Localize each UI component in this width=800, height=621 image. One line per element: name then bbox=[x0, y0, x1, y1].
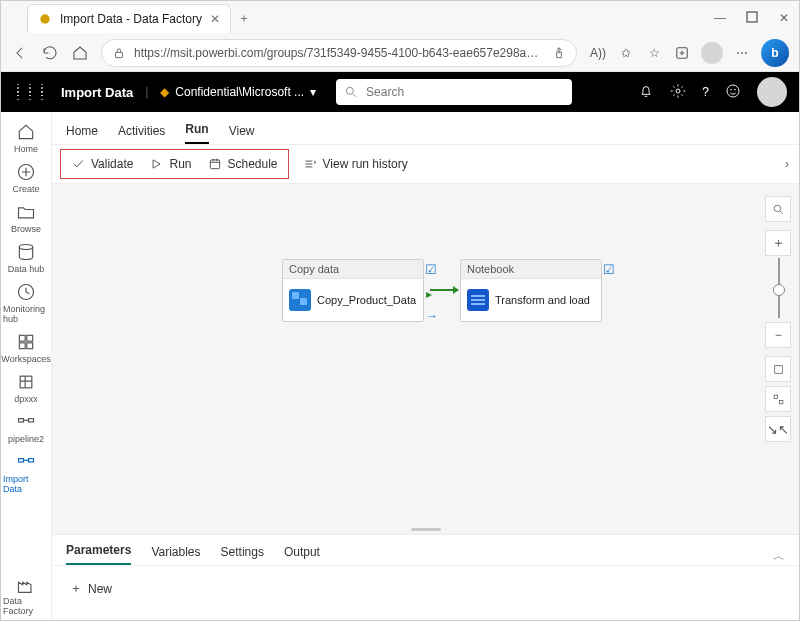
svg-point-23 bbox=[774, 205, 781, 212]
lock-icon bbox=[112, 46, 126, 60]
run-toolbar-highlight: Validate Run Schedule bbox=[60, 149, 289, 179]
bottom-panel: Parameters Variables Settings Output ︿ ＋… bbox=[52, 534, 799, 620]
svg-rect-22 bbox=[210, 160, 219, 169]
tab-favicon-icon bbox=[38, 12, 52, 26]
favorite-icon[interactable]: ✩ bbox=[617, 44, 635, 62]
panel-collapse-button[interactable]: ︿ bbox=[773, 548, 785, 565]
zoom-in-button[interactable]: ＋ bbox=[765, 230, 791, 256]
svg-rect-13 bbox=[19, 335, 25, 341]
svg-rect-15 bbox=[19, 343, 25, 349]
leftnav-pipeline2[interactable]: pipeline2 bbox=[3, 408, 49, 448]
svg-rect-14 bbox=[27, 335, 33, 341]
svg-rect-26 bbox=[779, 400, 782, 403]
app-launcher-icon[interactable]: ⋮⋮⋮⋮⋮⋮⋮⋮⋮ bbox=[13, 86, 49, 98]
zoom-out-button[interactable]: － bbox=[765, 322, 791, 348]
new-parameter-button[interactable]: ＋ New bbox=[52, 566, 799, 611]
notifications-icon[interactable] bbox=[638, 83, 654, 102]
svg-rect-20 bbox=[19, 459, 24, 462]
node-header: Notebook bbox=[461, 260, 601, 279]
panel-tab-variables[interactable]: Variables bbox=[151, 545, 200, 565]
tab-run[interactable]: Run bbox=[185, 122, 208, 144]
search-icon bbox=[344, 85, 358, 99]
pipeline-canvas[interactable]: Copy data Copy_Product_Data ☑ ▸ → Notebo… bbox=[52, 184, 799, 524]
node-notebook[interactable]: Notebook Transform and load ☑ bbox=[460, 259, 602, 322]
run-button[interactable]: Run bbox=[149, 157, 191, 171]
svg-rect-16 bbox=[27, 343, 33, 349]
node-copy-data[interactable]: Copy data Copy_Product_Data ☑ ▸ → bbox=[282, 259, 424, 322]
fit-to-screen-button[interactable] bbox=[765, 356, 791, 382]
toolbar-overflow-icon[interactable]: › bbox=[775, 157, 799, 171]
svg-point-11 bbox=[19, 245, 32, 250]
tab-home[interactable]: Home bbox=[66, 124, 98, 144]
svg-rect-24 bbox=[774, 365, 782, 373]
svg-rect-18 bbox=[19, 419, 24, 422]
window-minimize-button[interactable]: ― bbox=[713, 11, 727, 26]
address-bar[interactable]: https://msit.powerbi.com/groups/731f5349… bbox=[101, 39, 577, 67]
new-tab-button[interactable]: ＋ bbox=[231, 5, 257, 31]
window-maximize-button[interactable] bbox=[745, 11, 759, 26]
browser-tab[interactable]: Import Data - Data Factory ✕ bbox=[27, 4, 231, 33]
bing-chat-button[interactable]: b bbox=[761, 39, 789, 67]
svg-rect-25 bbox=[774, 395, 777, 398]
panel-drag-handle[interactable] bbox=[52, 524, 799, 534]
pipeline-tabs: Home Activities Run View bbox=[52, 112, 799, 145]
collections-icon[interactable] bbox=[673, 44, 691, 62]
back-button[interactable] bbox=[11, 44, 29, 62]
favorites-bar-icon[interactable]: ☆ bbox=[645, 44, 663, 62]
validate-button[interactable]: Validate bbox=[71, 157, 133, 171]
profile-avatar[interactable] bbox=[701, 42, 723, 64]
zoom-slider-handle[interactable] bbox=[773, 284, 785, 296]
success-check-icon: ☑ bbox=[425, 262, 437, 277]
user-avatar[interactable] bbox=[757, 77, 787, 107]
success-check-icon: ☑ bbox=[603, 262, 615, 277]
share-icon[interactable] bbox=[552, 46, 566, 60]
help-icon[interactable]: ? bbox=[702, 85, 709, 99]
leftnav-datahub[interactable]: Data hub bbox=[3, 238, 49, 278]
svg-point-5 bbox=[346, 87, 353, 94]
tab-activities[interactable]: Activities bbox=[118, 124, 165, 144]
leftnav-create[interactable]: Create bbox=[3, 158, 49, 198]
tab-close-icon[interactable]: ✕ bbox=[210, 12, 220, 26]
svg-point-1 bbox=[40, 14, 49, 23]
panel-tab-settings[interactable]: Settings bbox=[221, 545, 264, 565]
leftnav-monitoring[interactable]: Monitoring hub bbox=[3, 278, 49, 328]
leftnav-dpxxx[interactable]: dpxxx bbox=[3, 368, 49, 408]
left-nav: Home Create Browse Data hub Monitoring h… bbox=[1, 112, 52, 620]
leftnav-browse[interactable]: Browse bbox=[3, 198, 49, 238]
svg-rect-3 bbox=[116, 52, 123, 57]
svg-point-7 bbox=[727, 85, 739, 97]
node-name: Copy_Product_Data bbox=[317, 294, 416, 306]
panel-tab-output[interactable]: Output bbox=[284, 545, 320, 565]
view-run-history-button[interactable]: View run history bbox=[303, 157, 408, 171]
page-title: Import Data bbox=[61, 85, 133, 100]
auto-layout-button[interactable] bbox=[765, 386, 791, 412]
leftnav-datafactory[interactable]: Data Factory bbox=[3, 570, 49, 620]
connector-success[interactable] bbox=[430, 289, 458, 291]
settings-icon[interactable] bbox=[670, 83, 686, 102]
svg-point-9 bbox=[735, 89, 736, 90]
home-button[interactable] bbox=[71, 44, 89, 62]
leftnav-home[interactable]: Home bbox=[3, 118, 49, 158]
node-name: Transform and load bbox=[495, 294, 590, 306]
tab-title: Import Data - Data Factory bbox=[60, 12, 202, 26]
more-icon[interactable]: ⋯ bbox=[733, 44, 751, 62]
schedule-button[interactable]: Schedule bbox=[208, 157, 278, 171]
svg-rect-17 bbox=[20, 376, 32, 388]
notebook-icon bbox=[467, 289, 489, 311]
tab-view[interactable]: View bbox=[229, 124, 255, 144]
output-port-completion[interactable]: → bbox=[426, 309, 434, 317]
sensitivity-picker[interactable]: ◆ Confidential\Microsoft ... ▾ bbox=[160, 85, 316, 99]
minimize-canvas-button[interactable]: ↘↖ bbox=[765, 416, 791, 442]
read-aloud-icon[interactable]: A)) bbox=[589, 44, 607, 62]
panel-tab-parameters[interactable]: Parameters bbox=[66, 543, 131, 565]
svg-point-8 bbox=[731, 89, 732, 90]
leftnav-importdata[interactable]: Import Data bbox=[3, 448, 49, 498]
window-close-button[interactable]: ✕ bbox=[777, 11, 791, 26]
leftnav-workspaces[interactable]: Workspaces bbox=[3, 328, 49, 368]
refresh-button[interactable] bbox=[41, 44, 59, 62]
copy-data-icon bbox=[289, 289, 311, 311]
url-text: https://msit.powerbi.com/groups/731f5349… bbox=[134, 46, 544, 60]
search-input[interactable]: Search bbox=[336, 79, 572, 105]
feedback-icon[interactable] bbox=[725, 83, 741, 102]
canvas-search-button[interactable] bbox=[765, 196, 791, 222]
